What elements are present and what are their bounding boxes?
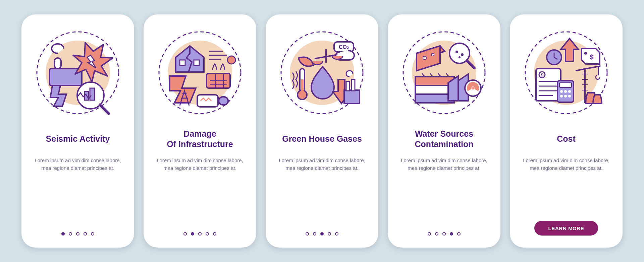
svg-rect-10	[90, 88, 95, 100]
svg-point-69	[568, 90, 571, 93]
screen-title: Cost	[557, 128, 576, 150]
learn-more-button[interactable]: LEARN MORE	[534, 221, 598, 236]
svg-point-37	[431, 53, 434, 56]
dot-2[interactable]	[191, 232, 194, 236]
svg-text:CO₂: CO₂	[339, 44, 349, 50]
screen-title: Seismic Activity	[46, 128, 110, 150]
onboarding-screen-3: CO₂	[266, 14, 378, 248]
svg-rect-19	[197, 95, 218, 107]
page-indicator	[183, 232, 216, 236]
svg-point-42	[459, 56, 461, 58]
page-indicator	[428, 232, 461, 236]
svg-point-53	[584, 52, 587, 55]
infrastructure-damage-icon	[156, 29, 244, 116]
screen-title: Water SourcesContamination	[415, 128, 474, 150]
svg-line-8	[100, 105, 109, 114]
svg-rect-33	[352, 79, 355, 91]
dot-4[interactable]	[206, 232, 209, 236]
dot-3[interactable]	[76, 232, 79, 236]
dot-5[interactable]	[457, 232, 461, 236]
svg-point-71	[564, 95, 567, 97]
svg-rect-20	[219, 97, 228, 105]
svg-point-68	[564, 90, 567, 93]
dot-1[interactable]	[183, 232, 187, 236]
screen-body: Lorem ipsum ad vim dim conse labore, mea…	[156, 156, 244, 172]
svg-point-40	[455, 51, 458, 53]
screen-body: Lorem ipsum ad vim dim conse labore, mea…	[278, 156, 366, 172]
onboarding-screen-1: Seismic Activity Lorem ipsum ad vim dim …	[21, 14, 134, 248]
dot-1[interactable]	[428, 232, 431, 236]
svg-point-72	[568, 95, 571, 97]
svg-point-49	[472, 87, 474, 89]
water-contamination-icon	[400, 29, 488, 116]
svg-point-41	[461, 53, 464, 56]
dot-1[interactable]	[61, 232, 65, 236]
svg-text:$: $	[541, 73, 543, 77]
screen-title: Green House Gases	[282, 128, 362, 150]
screen-body: Lorem ipsum ad vim dim conse labore, mea…	[523, 156, 610, 172]
svg-rect-31	[344, 90, 360, 104]
page-indicator	[306, 232, 338, 236]
dot-5[interactable]	[213, 232, 216, 236]
onboarding-carousel: Seismic Activity Lorem ipsum ad vim dim …	[21, 14, 623, 248]
screen-title: DamageOf Infrastructure	[167, 128, 233, 150]
dot-3[interactable]	[320, 232, 324, 236]
svg-rect-3	[54, 58, 61, 69]
dot-5[interactable]	[91, 232, 94, 236]
page-indicator	[61, 232, 94, 236]
svg-point-70	[560, 95, 563, 97]
dot-4[interactable]	[84, 232, 87, 236]
greenhouse-gases-icon: CO₂	[278, 29, 366, 116]
seismic-activity-icon	[34, 29, 121, 116]
dot-3[interactable]	[198, 232, 202, 236]
svg-rect-66	[559, 83, 572, 87]
svg-point-36	[423, 56, 426, 60]
svg-rect-32	[346, 81, 350, 91]
onboarding-screen-4: Water SourcesContamination Lorem ipsum a…	[388, 14, 500, 248]
dot-2[interactable]	[69, 232, 72, 236]
screen-body: Lorem ipsum ad vim dim conse labore, mea…	[400, 156, 488, 172]
dot-4[interactable]	[450, 232, 453, 236]
dot-2[interactable]	[435, 232, 438, 236]
dot-3[interactable]	[442, 232, 446, 236]
svg-rect-15	[194, 60, 199, 65]
svg-point-16	[227, 56, 235, 64]
screen-body: Lorem ipsum ad vim dim conse labore, mea…	[34, 156, 121, 172]
svg-point-67	[560, 90, 563, 93]
dot-5[interactable]	[335, 232, 338, 236]
svg-text:$: $	[590, 53, 593, 61]
svg-rect-29	[301, 79, 304, 93]
dot-1[interactable]	[306, 232, 309, 236]
dot-4[interactable]	[328, 232, 331, 236]
onboarding-screen-2: DamageOf Infrastructure Lorem ipsum ad v…	[144, 14, 256, 248]
dot-2[interactable]	[313, 232, 316, 236]
cost-icon: $ $	[523, 29, 610, 116]
svg-rect-14	[180, 60, 185, 65]
onboarding-screen-5: $ $	[510, 14, 623, 248]
